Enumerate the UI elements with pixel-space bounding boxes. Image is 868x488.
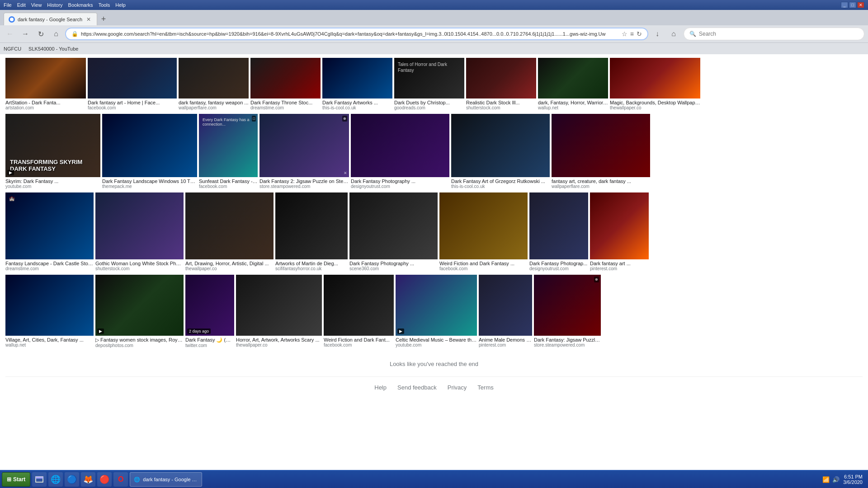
taskbar-chrome-icon[interactable]: 🔴 bbox=[97, 472, 112, 487]
home-button[interactable]: ⌂ bbox=[50, 28, 62, 40]
app-title: dark fantasy - Google Search bbox=[143, 477, 197, 482]
image-thumbnail bbox=[5, 58, 86, 99]
volume-icon[interactable]: 🔊 bbox=[832, 476, 840, 483]
search-box[interactable]: 🔍 bbox=[684, 28, 864, 40]
bookmark-slk[interactable]: SLK540000 - YouTube bbox=[28, 46, 78, 52]
image-title: Artworks of Martin de Dieg... bbox=[275, 261, 348, 266]
image-card[interactable]: ⊕ Dark Fantasy: Jigsaw Puzzle on Steam s… bbox=[534, 275, 601, 347]
taskbar-explorer-icon[interactable] bbox=[32, 472, 47, 487]
image-card[interactable]: Art, Drawing, Horror, Artistic, Digital … bbox=[185, 192, 274, 271]
end-of-results: Looks like you've reached the end bbox=[5, 352, 863, 376]
menu-history[interactable]: History bbox=[47, 2, 62, 8]
menu-file[interactable]: File bbox=[4, 2, 12, 8]
image-title: Magic, Backgrounds, Desktop Wallpapers .… bbox=[610, 100, 700, 105]
image-source: twitter.com bbox=[185, 343, 234, 348]
image-title: Anime Male Demons | ... bbox=[479, 337, 532, 343]
image-card[interactable]: dark fantasy, fantasy weapon ... wallpap… bbox=[179, 58, 249, 110]
taskbar: ⊞ Start 🌐 🔵 🦊 🔴 O 🌐 dark fantasy - Googl… bbox=[0, 470, 868, 488]
minimize-button[interactable]: _ bbox=[841, 2, 848, 8]
home-nav-icon[interactable]: ⌂ bbox=[667, 28, 680, 40]
new-tab-button[interactable]: + bbox=[97, 13, 110, 25]
image-source: facebook.com bbox=[324, 343, 394, 347]
maximize-button[interactable]: □ bbox=[849, 2, 856, 8]
image-title: Fantasy Landscape - Dark Castle Stock ..… bbox=[5, 261, 94, 266]
bookmark-ngfcu[interactable]: NGFCU bbox=[4, 46, 21, 52]
reader-icon[interactable]: ≡ bbox=[630, 30, 634, 38]
image-source: scene360.com bbox=[349, 266, 438, 271]
image-card[interactable]: Dark Fantasy Throne Stoc... dreamstime.c… bbox=[250, 58, 321, 110]
image-card[interactable]: TRANSFORMING SKYRIMDARK FANTASY ▶ Skyrim… bbox=[5, 114, 100, 189]
image-card[interactable]: Dark Fantasy Photography ... designyoutr… bbox=[351, 114, 449, 189]
taskbar-firefox-icon[interactable]: 🦊 bbox=[81, 472, 95, 487]
image-card[interactable]: Dark Fantasy Photograp... designyoutrust… bbox=[529, 192, 588, 271]
taskbar-active-app[interactable]: 🌐 dark fantasy - Google Search bbox=[130, 472, 202, 487]
menu-bookmarks[interactable]: Bookmarks bbox=[68, 2, 93, 8]
url-bar[interactable]: 🔒 https://www.google.com/search?hl=en&tb… bbox=[65, 28, 648, 40]
image-title: Dark Fantasy 🌙 (@Dar... bbox=[185, 337, 234, 343]
image-card[interactable]: Dark Fantasy Landscape Windows 10 Th... … bbox=[102, 114, 197, 189]
image-card[interactable]: 🏰 Fantasy Landscape - Dark Castle Stock … bbox=[5, 192, 94, 271]
image-card[interactable]: Weird Fiction and Dark Fant... facebook.… bbox=[324, 275, 394, 347]
image-card[interactable]: Dark fantasy art ... pinterest.com bbox=[590, 192, 649, 271]
video-badge: ▶ bbox=[397, 328, 404, 334]
image-title: Sunfeast Dark Fantasy - ... bbox=[199, 178, 258, 184]
menu-edit[interactable]: Edit bbox=[17, 2, 26, 8]
image-row-1: ArtStation - Dark Fanta... artstation.co… bbox=[5, 58, 863, 110]
close-button[interactable]: ✕ bbox=[857, 2, 864, 8]
image-thumbnail bbox=[451, 114, 550, 177]
bookmark-star-icon[interactable]: ☆ bbox=[622, 30, 627, 38]
image-title: ArtStation - Dark Fanta... bbox=[5, 100, 86, 105]
image-card[interactable]: Dark Fantasy Art of Grzegorz Rutkowski .… bbox=[451, 114, 550, 189]
search-input[interactable] bbox=[699, 31, 859, 37]
image-title: Skyrim: Dark Fantasy ... bbox=[5, 178, 100, 184]
refresh-button[interactable]: ↻ bbox=[34, 28, 47, 40]
image-card[interactable]: Magic, Backgrounds, Desktop Wallpapers .… bbox=[610, 58, 700, 110]
image-card[interactable]: Dark fantasy art - Home | Face... facebo… bbox=[88, 58, 177, 110]
image-card[interactable]: Horror, Art, Artwork, Artworks Scary ...… bbox=[236, 275, 322, 347]
tab-close-button[interactable]: ✕ bbox=[85, 16, 92, 23]
menu-help[interactable]: Help bbox=[115, 2, 126, 8]
forward-button[interactable]: → bbox=[19, 28, 32, 40]
image-card[interactable]: Tales of Horror and Dark Fantasy Dark Du… bbox=[394, 58, 464, 110]
menu-view[interactable]: View bbox=[31, 2, 42, 8]
image-card[interactable]: Dark Fantasy Artworks ... this-is-cool.c… bbox=[322, 58, 392, 110]
image-card[interactable]: fantasy art, creature, dark fantasy ... … bbox=[552, 114, 650, 189]
start-button[interactable]: ⊞ Start bbox=[2, 472, 30, 487]
menu-items: File Edit View History Bookmarks Tools H… bbox=[4, 2, 126, 8]
system-time[interactable]: 6:51 PM 3/6/2020 bbox=[843, 474, 863, 485]
footer-help[interactable]: Help bbox=[374, 384, 387, 391]
image-card[interactable]: 2 days ago Dark Fantasy 🌙 (@Dar... twitt… bbox=[185, 275, 234, 348]
image-card[interactable]: Weird Fiction and Dark Fantasy ... faceb… bbox=[439, 192, 528, 271]
image-card[interactable]: Anime Male Demons | ... pinterest.com bbox=[479, 275, 532, 347]
footer-privacy[interactable]: Privacy bbox=[448, 384, 467, 391]
image-card[interactable]: ▶ Celtic Medieval Music – Beware the Dar… bbox=[396, 275, 477, 347]
image-title: Dark Fantasy Photography ... bbox=[349, 261, 438, 266]
time-badge: 2 days ago bbox=[187, 328, 211, 334]
image-card[interactable]: Realistic Dark Stock Ill... shutterstock… bbox=[466, 58, 536, 110]
image-card[interactable]: ▶ ▷ Fantasy women stock images, Royalty.… bbox=[95, 275, 184, 348]
footer-feedback[interactable]: Send feedback bbox=[397, 384, 437, 391]
back-button[interactable]: ← bbox=[4, 28, 16, 40]
image-card[interactable]: Dark Fantasy Photography ... scene360.co… bbox=[349, 192, 438, 271]
image-card[interactable]: Artworks of Martin de Dieg... scififanta… bbox=[275, 192, 348, 271]
menu-tools[interactable]: Tools bbox=[99, 2, 110, 8]
image-card[interactable]: Every Dark Fantasy has a connection... □… bbox=[199, 114, 258, 189]
footer-terms[interactable]: Terms bbox=[477, 384, 493, 391]
image-title: Dark fantasy art ... bbox=[590, 261, 649, 266]
taskbar-ie-icon[interactable]: 🌐 bbox=[48, 472, 63, 487]
downloads-icon[interactable]: ↓ bbox=[651, 28, 664, 40]
image-title: fantasy art, creature, dark fantasy ... bbox=[552, 178, 650, 184]
image-card[interactable]: dark, Fantasy, Horror, Warrior, Weapons … bbox=[538, 58, 608, 110]
reload-icon[interactable]: ↻ bbox=[637, 30, 642, 38]
active-tab[interactable]: dark fantasy - Google Search ✕ bbox=[4, 13, 97, 25]
image-card[interactable]: Village, Art, Cities, Dark, Fantasy ... … bbox=[5, 275, 94, 347]
taskbar-opera-icon[interactable]: O bbox=[113, 472, 128, 487]
window-controls: _ □ ✕ bbox=[841, 2, 864, 8]
taskbar-chromium-icon[interactable]: 🔵 bbox=[65, 472, 79, 487]
image-thumbnail: 2 days ago bbox=[185, 275, 234, 336]
image-card[interactable]: Gothic Woman Long White Stock Photo ... … bbox=[95, 192, 184, 271]
image-title: Dark Fantasy Artworks ... bbox=[322, 100, 392, 105]
image-card[interactable]: ArtStation - Dark Fanta... artstation.co… bbox=[5, 58, 86, 110]
network-icon[interactable]: 📶 bbox=[822, 476, 830, 483]
image-card[interactable]: ⊕ ✕ Dark Fantasy 2: Jigsaw Puzzle on Ste… bbox=[259, 114, 349, 189]
